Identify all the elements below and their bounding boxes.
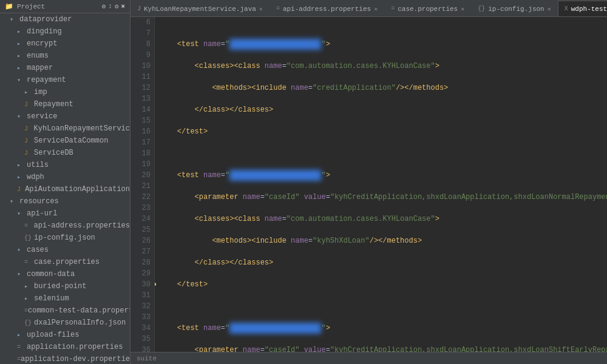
code-line-21: <parameter name="caseId" value="kyhCredi… — [160, 345, 602, 352]
sidebar-item-servicedb[interactable]: JServiceDB — [0, 147, 130, 159]
sidebar-item-dxalpersonalinfo[interactable]: {}dxalPersonalInfo.json — [0, 317, 130, 329]
tab-ip-config-json[interactable]: {}ip-config.json✕ — [471, 1, 557, 16]
tab-api-address-prop[interactable]: =api-address.properties✕ — [270, 1, 384, 16]
line-number-10: 10 — [134, 61, 151, 72]
sidebar: 📁 Project ⚙ ↕ ⚙ ✖ ▾dataprovider▸dingding… — [0, 0, 131, 364]
sidebar-item-mapper[interactable]: ▸mapper — [0, 62, 130, 74]
tree-label: wdph — [27, 173, 44, 181]
line-number-32: 32 — [134, 301, 151, 312]
sidebar-item-application-prop[interactable]: =application.properties — [0, 341, 130, 353]
sidebar-item-kyhloanrepaymentservice[interactable]: JKyhLoanRepaymentServic — [0, 123, 130, 135]
line-number-21: 21 — [134, 181, 151, 192]
tree-label: common-test-data.propertie — [28, 306, 131, 315]
tree-icon: ▸ — [17, 174, 27, 181]
settings-icon[interactable]: ⚙ — [102, 2, 106, 10]
sidebar-item-common-test-data[interactable]: =common-test-data.propertie — [0, 305, 130, 317]
sidebar-item-enums[interactable]: ▸enums — [0, 50, 130, 62]
tree-label: ServiceDB — [34, 149, 73, 157]
tab-icon: {} — [478, 5, 485, 12]
sidebar-item-servicedatacommon[interactable]: JServiceDataCommon — [0, 135, 130, 147]
tree-icon: ▾ — [10, 198, 19, 205]
tree-label: selenium — [34, 294, 69, 303]
tab-kyhloan-repayment-service[interactable]: JKyhLoanRepaymentService.java✕ — [131, 1, 270, 16]
tabs-bar: JKyhLoanRepaymentService.java✕=api-addre… — [131, 0, 607, 17]
sidebar-item-dingding[interactable]: ▸dingding — [0, 25, 130, 38]
tab-icon: = — [276, 5, 280, 12]
tree-icon: J — [24, 138, 34, 144]
sidebar-item-upload-files[interactable]: ▸upload-files — [0, 329, 130, 341]
sidebar-item-utils[interactable]: ▸utils — [0, 159, 130, 171]
line-number-24: 24 — [134, 214, 151, 224]
sidebar-item-apiautomationapp[interactable]: JApiAutomationApplication — [0, 183, 130, 195]
sidebar-item-cases[interactable]: ▾cases — [0, 244, 130, 256]
tree-icon: ▸ — [17, 64, 27, 72]
tab-icon: = — [391, 5, 395, 12]
tab-close-icon[interactable]: ✕ — [548, 5, 551, 13]
tree-icon: ▸ — [24, 89, 34, 96]
code-line-20: <test name=" "> — [160, 323, 602, 334]
tree-label: utils — [27, 161, 49, 169]
tree-icon: J — [24, 101, 34, 108]
code-line-13: <test name=" "> — [160, 170, 602, 181]
sidebar-item-common-data[interactable]: ▾common-data — [0, 268, 130, 280]
tree-icon: ▾ — [17, 210, 27, 217]
status-text: suite — [137, 355, 157, 362]
project-icon: 📁 — [5, 2, 13, 10]
sidebar-item-buried-point[interactable]: ▸buried-point — [0, 280, 130, 292]
tab-close-icon[interactable]: ✕ — [374, 5, 378, 13]
code-line-7: <test name=" "> — [160, 39, 602, 50]
line-number-7: 7 — [134, 28, 151, 39]
code-content[interactable]: <test name=" "> <classes><class name="co… — [155, 17, 607, 352]
line-number-11: 11 — [134, 72, 151, 83]
tree-icon: ▸ — [17, 28, 27, 35]
tree-label: application-dev.properties — [21, 355, 131, 363]
code-line-15: <classes><class name="com.automation.cas… — [160, 214, 602, 224]
sidebar-item-imp[interactable]: ▸imp — [0, 86, 130, 98]
line-number-13: 13 — [134, 93, 151, 104]
sidebar-item-dataprovider[interactable]: ▾dataprovider — [0, 13, 130, 25]
sidebar-item-repayment[interactable]: ▾repayment — [0, 74, 130, 86]
sidebar-item-encrypt[interactable]: ▸encrypt — [0, 38, 130, 50]
sidebar-item-case-properties[interactable]: =case.properties — [0, 256, 130, 268]
line-number-35: 35 — [134, 334, 151, 345]
line-number-33: 33 — [134, 312, 151, 323]
close-icon[interactable]: ✖ — [121, 2, 125, 10]
code-line-9: <methods><include name="creditApplicatio… — [160, 83, 602, 93]
tab-label: api-address.properties — [283, 5, 371, 13]
tab-close-icon[interactable]: ✕ — [259, 5, 263, 13]
tree-icon: = — [24, 259, 34, 266]
tab-wdph-testng-xml[interactable]: Xwdph-testNg.xml✕ — [558, 1, 607, 16]
tree-icon: ▸ — [17, 331, 27, 339]
tab-label: wdph-testNg.xml — [571, 5, 607, 13]
sidebar-item-repayment-class[interactable]: JRepayment — [0, 98, 130, 110]
line-number-36: 36 — [134, 345, 151, 352]
line-number-17: 17 — [134, 137, 151, 148]
sidebar-item-api-url[interactable]: ▾api-url — [0, 207, 130, 220]
tab-close-icon[interactable]: ✕ — [461, 5, 464, 13]
line-number-16: 16 — [134, 126, 151, 137]
status-bar: suite — [131, 352, 607, 364]
tree-label: repayment — [27, 76, 66, 84]
tree-icon: {} — [24, 320, 34, 326]
tree-icon: ▾ — [17, 246, 27, 254]
sidebar-item-selenium[interactable]: ▸selenium — [0, 292, 130, 305]
line-number-9: 9 — [134, 50, 151, 61]
sidebar-item-resources[interactable]: ▾resources — [0, 195, 130, 207]
code-line-14: <parameter name="caseId" value="kyhCredi… — [160, 192, 602, 203]
line-number-14: 14 — [134, 104, 151, 115]
line-number-27: 27 — [134, 246, 151, 257]
line-number-15: 15 — [134, 115, 151, 126]
line-number-19: 19 — [134, 159, 151, 170]
sort-icon[interactable]: ↕ — [108, 2, 112, 10]
line-number-30: 30 — [134, 279, 151, 290]
tab-case-prop[interactable]: =case.properties✕ — [384, 1, 471, 16]
code-line-19 — [160, 301, 602, 312]
tab-label: KyhLoanRepaymentService.java — [144, 5, 256, 13]
sidebar-item-wdph[interactable]: ▸wdph — [0, 171, 130, 183]
sidebar-item-service[interactable]: ▾service — [0, 110, 130, 123]
sidebar-item-ip-config[interactable]: {}ip-config.json — [0, 232, 130, 244]
sidebar-item-application-dev[interactable]: =application-dev.properties — [0, 353, 130, 364]
gear-icon[interactable]: ⚙ — [115, 2, 119, 10]
sidebar-item-api-address[interactable]: =api-address.properties — [0, 220, 130, 232]
tree-label: encrypt — [27, 39, 57, 48]
